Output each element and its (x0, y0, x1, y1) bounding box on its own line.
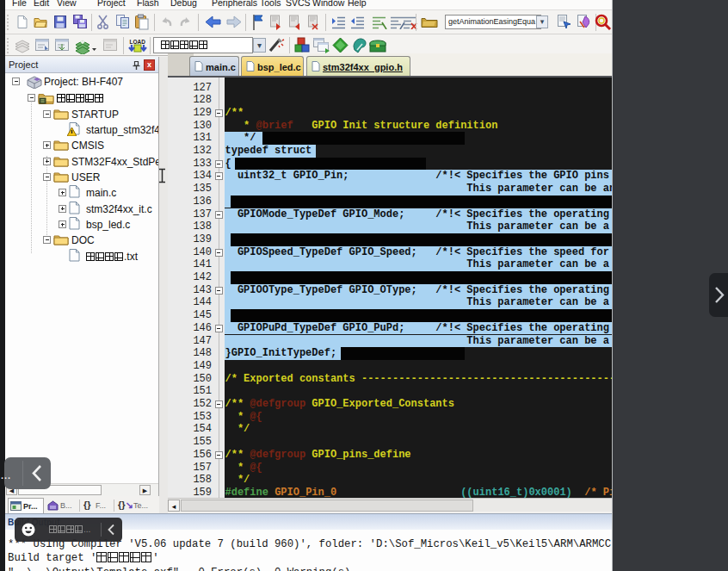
svg-text:LOAD: LOAD (130, 39, 146, 45)
